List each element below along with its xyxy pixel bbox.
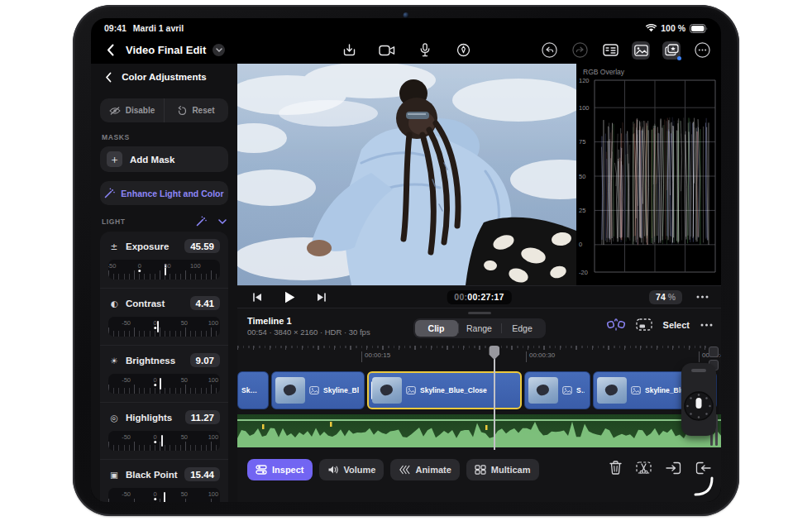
scope-title: RGB Overlay (583, 68, 624, 76)
light-sliders-group: ± Exposure 45.59 -50050100 ◐ Contrast 4.… (100, 232, 228, 502)
viewer[interactable] (237, 64, 576, 285)
timeline-clip[interactable]: Sk… (237, 371, 269, 409)
timeline-more-button[interactable] (700, 323, 713, 327)
tick-label: 100 (208, 433, 219, 441)
skip-back-button[interactable] (248, 288, 266, 306)
slider-ruler[interactable]: -50050100 (108, 431, 220, 451)
slider-marker[interactable] (164, 492, 165, 502)
slider-ruler[interactable]: -50050100 (108, 317, 220, 337)
ipad-device-frame: 09:41 Mardi 1 avril 100 % (73, 5, 739, 516)
volume-button[interactable]: Volume (319, 459, 385, 480)
effects-button[interactable] (662, 41, 681, 60)
rgb-overlay-scope[interactable]: RGB Overlay 1201007550250-20 (576, 64, 721, 285)
volume-line[interactable] (237, 419, 721, 421)
timeline-drag-handle[interactable] (468, 312, 491, 314)
skip-forward-button[interactable] (313, 288, 331, 306)
top-toolbar: Video Final Edit (91, 36, 721, 64)
battery-percent: 100 % (661, 23, 685, 33)
corner-resize-handle[interactable] (694, 476, 714, 496)
jog-wheel[interactable] (681, 363, 716, 436)
redo-button[interactable] (571, 41, 589, 60)
import-button[interactable] (340, 41, 358, 60)
clip-name: Skyline_Blue_Wide (323, 386, 359, 394)
slider-ruler[interactable]: -50050100 (108, 260, 220, 280)
masks-section-label: MASKS (102, 133, 227, 141)
adjustment-slider: ◎ Highlights 11.27 -50050100 (100, 402, 228, 459)
slider-value[interactable]: 45.59 (184, 239, 220, 253)
tool-label: Inspect (272, 465, 304, 475)
animate-button[interactable]: Animate (390, 459, 459, 480)
clip-media-icon (562, 386, 572, 394)
audio-track[interactable] (237, 414, 721, 447)
timeline-clip[interactable]: S… (524, 371, 590, 409)
timeline-clip[interactable]: Skyline_Blue_Wide (271, 371, 365, 409)
inspect-button[interactable]: Inspect (247, 459, 313, 480)
clip-media-icon (406, 386, 416, 394)
split-clip-button[interactable] (636, 461, 652, 475)
back-button[interactable] (101, 41, 119, 60)
mode-range[interactable]: Range (458, 320, 501, 337)
timeline-panel: Timeline 1 00:54 · 3840 × 2160 · HDR · 3… (237, 308, 721, 502)
slider-zero-dot (154, 441, 157, 444)
ruler-label: 00:00:15 (361, 351, 390, 362)
slider-zero-dot (138, 270, 141, 273)
timeline-ruler[interactable]: 00:00:1500:00:3000:00:45 (237, 346, 708, 367)
slider-ruler[interactable]: -50050100 (108, 374, 220, 394)
browser-button[interactable] (601, 41, 619, 60)
magic-wand-icon (104, 188, 115, 198)
viewer-zoom-badge[interactable]: 74 % (649, 290, 682, 304)
live-drawing-button[interactable] (454, 41, 472, 60)
multicam-button[interactable]: Multicam (466, 459, 539, 480)
insert-start-button[interactable] (666, 461, 681, 475)
panel-back-button[interactable] (99, 68, 117, 86)
auto-enhance-icon[interactable] (196, 216, 207, 227)
tick-label: 50 (164, 262, 170, 270)
jog-handle[interactable] (691, 369, 706, 372)
clips-track: Sk…Skyline_Blue_WideSkyline_Blue_CloseS…… (237, 371, 721, 409)
slider-value[interactable]: 11.27 (185, 410, 220, 424)
delete-button[interactable] (609, 461, 622, 475)
record-video-button[interactable] (378, 41, 396, 60)
slider-label: Highlights (126, 413, 179, 423)
slider-value[interactable]: 9.07 (190, 353, 220, 367)
tick-label: 50 (181, 376, 188, 384)
more-button[interactable] (693, 41, 711, 60)
svg-text:120: 120 (579, 77, 590, 84)
adjustment-slider: ± Exposure 45.59 -50050100 (100, 232, 228, 288)
viewer-more-button[interactable] (693, 288, 711, 306)
slider-icon: ◐ (108, 299, 120, 308)
mode-clip[interactable]: Clip (415, 320, 458, 337)
slider-ruler[interactable]: -50050100 (108, 488, 220, 502)
timecode-display[interactable]: 00:00:27:17 (447, 290, 512, 304)
overlay-view-icon[interactable] (636, 318, 652, 331)
add-mask-button[interactable]: ＋ Add Mask (100, 146, 228, 172)
undo-button[interactable] (540, 41, 558, 60)
slider-marker[interactable] (157, 321, 159, 332)
collapse-chevron-icon[interactable] (218, 219, 227, 224)
tick-label: 50 (181, 319, 188, 327)
reset-button[interactable]: Reset (164, 98, 228, 122)
media-browser-button[interactable] (632, 41, 650, 60)
project-menu-button[interactable] (213, 44, 225, 56)
disconnect-clip-icon[interactable] (607, 318, 625, 331)
svg-text:50: 50 (579, 173, 585, 180)
video-frame (237, 64, 576, 285)
slider-marker[interactable] (160, 378, 161, 390)
timeline-clip[interactable]: Skyline_Blue_Close (367, 371, 522, 409)
slider-marker[interactable] (161, 435, 163, 447)
insert-end-button[interactable] (695, 461, 711, 475)
disable-button[interactable]: Disable (100, 98, 164, 122)
enhance-button[interactable]: Enhance Light and Color (100, 181, 228, 205)
play-button[interactable] (280, 288, 299, 306)
clip-media-icon (631, 386, 641, 394)
clip-thumbnail (275, 377, 305, 404)
screen: 09:41 Mardi 1 avril 100 % (91, 18, 721, 502)
mode-edge[interactable]: Edge (501, 320, 544, 337)
slider-value[interactable]: 15.44 (184, 467, 220, 481)
slider-value[interactable]: 4.41 (190, 296, 220, 310)
record-audio-button[interactable] (416, 41, 434, 60)
select-tool-button[interactable]: Select (663, 320, 690, 330)
tool-label: Animate (415, 465, 451, 475)
disable-reset-control: Disable Reset (100, 98, 228, 122)
tick-label: -50 (122, 433, 131, 441)
